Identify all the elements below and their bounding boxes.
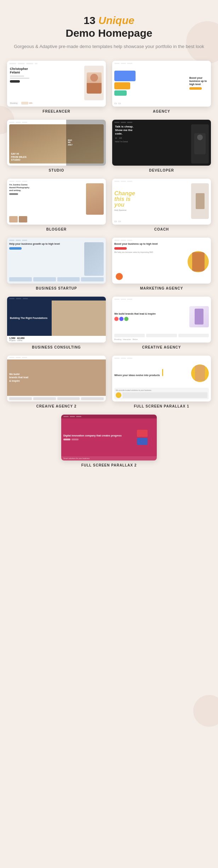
demo-thumb-developer[interactable]: Talk is cheap.Show me thecode. 12 165 He… [112, 120, 211, 166]
parallax2-hero-text: Digital innovation company that creates … [63, 434, 135, 440]
demo-thumb-creative[interactable]: We build brands that lead & inspire [112, 297, 211, 343]
demo-label-parallax2: FULL SCREEN PARALLAX 2 [81, 463, 137, 467]
nav-dot [9, 357, 15, 358]
demo-item-marketing[interactable]: Boost your business up to high level We … [112, 238, 211, 290]
stat-box [33, 277, 56, 281]
follow-btn [9, 193, 18, 195]
demo-thumb-studio[interactable]: WHOWEARE? SAY HIFROM MILESSTUDIO [7, 120, 106, 166]
bottom-photo-1 [9, 216, 18, 222]
stat-value: 1,560 [9, 337, 16, 339]
demo-item-studio[interactable]: WHOWEARE? SAY HIFROM MILESSTUDIO STUDIO [7, 120, 106, 172]
demo-thumb-marketing[interactable]: Boost your business up to high level We … [112, 238, 211, 284]
nav-dot [127, 240, 132, 241]
ui-block-blue [114, 71, 136, 81]
cat-label: Interaction [123, 338, 131, 340]
category-item [146, 334, 177, 337]
person-shape [195, 365, 205, 381]
parallax1-circle [191, 364, 209, 382]
nav-dot [22, 122, 27, 123]
nav-dot [9, 240, 15, 241]
page-title: 13 Unique Demo Homepage [7, 14, 211, 40]
demo-thumb-consulting[interactable]: Building The Right Foundations 1,560 Pro… [7, 297, 106, 343]
nav-dot [127, 181, 132, 182]
cta-button-shape [189, 87, 202, 90]
nav-dot [127, 358, 132, 359]
demo-item-freelancer[interactable]: ChristopherFelami [7, 61, 106, 113]
ui-block-green [114, 90, 127, 96]
nav-dot [18, 63, 25, 64]
marketing-sub: We help you increase sales by improving … [114, 251, 186, 254]
nav-dot [127, 299, 132, 300]
demo-item-consulting[interactable]: Building The Right Foundations 1,560 Pro… [7, 297, 106, 349]
demo-item-developer[interactable]: Talk is cheap.Show me thecode. 12 165 He… [112, 120, 211, 172]
stat-label: Clients [17, 339, 24, 341]
nav-dot [114, 358, 120, 359]
text-placeholder [122, 392, 207, 398]
parallax2-bottom: Smart solutions for your business [61, 456, 157, 460]
parallax2-shapes [137, 430, 155, 445]
demo-thumb-startup[interactable]: Help your business growth up to high lev… [7, 238, 106, 284]
blogger-portrait [86, 183, 104, 215]
demo-thumb-creative2[interactable]: We buildbrands that lead& inspire [7, 356, 106, 402]
figure-shape [195, 309, 203, 325]
demo-label-marketing: MARKETING AGENCY [140, 286, 183, 290]
demo-thumb-parallax2[interactable]: Digital innovation company that creates … [61, 415, 157, 460]
demo-item-parallax1[interactable]: Where your ideas evolve into products We… [112, 356, 211, 408]
cat-label: Branding [114, 338, 121, 340]
bottom-item [81, 397, 104, 400]
nav-dot [22, 181, 27, 182]
freelancer-name: ChristopherFelami [10, 67, 82, 75]
agency-sub-label: CU [118, 102, 121, 105]
shape-blue [137, 438, 148, 445]
stat-box [9, 277, 32, 281]
demo-item-agency[interactable]: Boost your business up to high level CU … [112, 61, 211, 113]
freelancer-portrait [84, 66, 104, 100]
stat-item: 1,560 Projects [9, 337, 16, 341]
bottom-item [9, 397, 32, 400]
bottom-item [33, 397, 56, 400]
demo-item-startup[interactable]: Help your business growth up to high lev… [7, 238, 106, 290]
demo-item-creative[interactable]: We build brands that lead & inspire [112, 297, 211, 349]
nav-dot [63, 416, 69, 417]
demo-thumb-blogger[interactable]: I'm Justina CarmoHamid Photographyand wr… [7, 179, 106, 225]
cta-button-shape [9, 247, 22, 250]
coach-script: Changethis isyou [114, 191, 190, 208]
blogger-hero-text: I'm Justina CarmoHamid Photographyand wr… [9, 183, 85, 215]
marketing-circle [188, 251, 209, 272]
title-line2: Demo Homepage [65, 27, 152, 39]
agency-sub-label: CU [114, 102, 117, 105]
consulting-hero-text: Building The Right Foundations [10, 316, 52, 320]
nav-dot [22, 357, 27, 358]
nav-dot [114, 240, 120, 241]
nav-dot [121, 299, 126, 300]
demo-item-creative2[interactable]: We buildbrands that lead& inspire CREAIV… [7, 356, 106, 408]
nav-dot [121, 358, 126, 359]
nav-dot [16, 122, 21, 123]
coach-sub: Andy Spammer [114, 209, 190, 211]
demo-thumb-freelancer[interactable]: ChristopherFelami [7, 61, 106, 107]
cta-button-shape [10, 80, 20, 83]
cta-button-shape [114, 247, 127, 250]
nav-dot [9, 63, 16, 64]
demo-label-studio: STUDIO [49, 168, 64, 172]
demo-thumb-parallax1[interactable]: Where your ideas evolve into products We… [112, 356, 211, 402]
nav-dot [127, 122, 132, 123]
coach-portrait [191, 183, 209, 219]
nav-dot [16, 298, 21, 299]
page-header: 13 Unique Demo Homepage Gorgeous & Adapt… [7, 14, 211, 50]
demo-thumb-coach[interactable]: Changethis isyou Andy Spammer CU CU [112, 179, 211, 225]
demo-label-startup: BUSINESS STARTUP [36, 286, 77, 290]
demo-item-coach[interactable]: Changethis isyou Andy Spammer CU CU COAC… [112, 179, 211, 231]
nav-dot [16, 357, 21, 358]
consulting-bg-image [52, 301, 106, 336]
creative2-hero: We buildbrands that lead& inspire [7, 359, 106, 396]
category-item [178, 334, 209, 337]
icon-circle [116, 392, 121, 398]
cat-label: Motion [132, 338, 138, 340]
demo-item-parallax2[interactable]: Digital innovation company that creates … [7, 415, 211, 467]
demo-item-blogger[interactable]: I'm Justina CarmoHamid Photographyand wr… [7, 179, 106, 231]
demo-thumb-agency[interactable]: Boost your business up to high level CU … [112, 61, 211, 107]
coach-badge: CU [118, 220, 121, 222]
bottom-photo-2 [19, 216, 27, 222]
marketing-circle-area [188, 242, 209, 281]
